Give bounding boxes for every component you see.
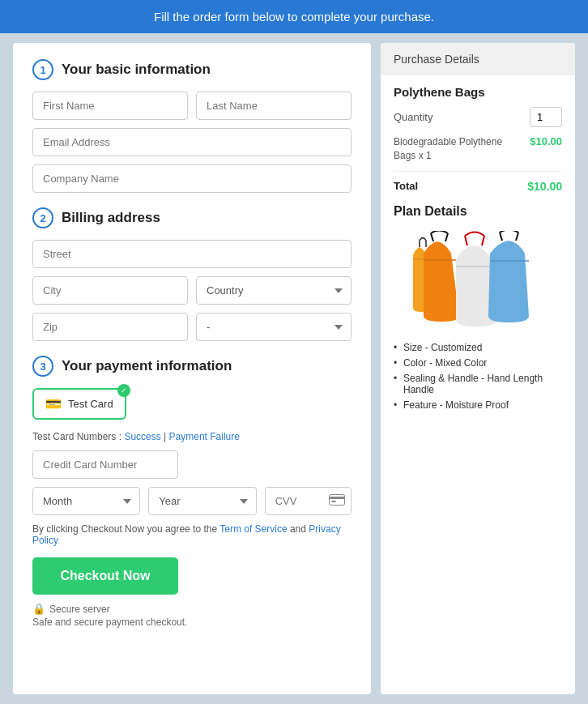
first-name-input[interactable] <box>32 92 188 120</box>
email-row <box>32 128 352 156</box>
section-title-billing: Billing address <box>62 210 160 226</box>
svg-line-10 <box>516 233 518 241</box>
secure-text: Secure server <box>49 604 110 615</box>
street-row <box>32 240 352 268</box>
feature-moisture: Feature - Moisture Proof <box>394 399 562 411</box>
section-title-basic-info: Your basic information <box>62 62 211 78</box>
secure-sub-text: Safe and secure payment checkout. <box>32 617 352 628</box>
country-select[interactable]: Country <box>196 276 352 305</box>
right-panel-body: Polythene Bags Quantity Biodegradable Po… <box>381 85 575 411</box>
total-row: Total $10.00 <box>394 180 562 193</box>
feature-handle: Sealing & Handle - Hand Length Handle <box>394 373 562 395</box>
payment-options: ✓ 💳 Test Card <box>32 388 352 420</box>
section-number-1: 1 <box>32 59 53 80</box>
feature-size: Size - Customized <box>394 342 562 353</box>
cvv-card-icon <box>329 494 345 509</box>
checkmark-icon: ✓ <box>117 384 130 397</box>
credit-card-icon: 💳 <box>45 396 62 412</box>
company-input[interactable] <box>32 164 352 193</box>
test-card-line: Test Card Numbers : Success | Payment Fa… <box>32 431 352 442</box>
plan-features-list: Size - Customized Color - Mixed Color Se… <box>394 342 562 411</box>
item-row: Biodegradable Polythene Bags x 1 $10.00 <box>394 135 562 172</box>
terms-line: By clicking Checkout Now you agree to th… <box>32 523 352 546</box>
top-banner: Fill the order form below to complete yo… <box>0 0 588 33</box>
name-row <box>32 92 352 120</box>
cvv-wrapper <box>265 487 352 515</box>
state-select[interactable]: - <box>196 313 352 341</box>
month-select[interactable]: Month 01020304 05060708 09101112 <box>32 487 140 515</box>
svg-line-6 <box>445 233 448 241</box>
terms-of-service-link[interactable]: Term of Service <box>219 523 287 535</box>
lock-icon: 🔒 <box>32 603 45 615</box>
svg-rect-1 <box>329 497 345 499</box>
test-card-option[interactable]: ✓ 💳 Test Card <box>32 388 126 420</box>
svg-line-5 <box>431 233 433 241</box>
checkout-button[interactable]: Checkout Now <box>32 557 178 595</box>
bags-image <box>394 227 562 332</box>
last-name-input[interactable] <box>196 92 352 120</box>
blue-bag <box>488 231 529 322</box>
city-country-row: Country <box>32 276 352 305</box>
secure-line: 🔒 Secure server <box>32 603 352 615</box>
quantity-input[interactable] <box>530 107 562 127</box>
feature-color: Color - Mixed Color <box>394 357 562 369</box>
orange-bag-large <box>424 231 459 322</box>
card-option-label: Test Card <box>68 398 113 410</box>
street-input[interactable] <box>32 240 352 268</box>
banner-text: Fill the order form below to complete yo… <box>154 10 434 23</box>
zip-input[interactable] <box>32 313 188 341</box>
section-number-2: 2 <box>32 207 53 228</box>
right-panel: Purchase Details Polythene Bags Quantity… <box>381 43 575 694</box>
test-card-failure-link[interactable]: Payment Failure <box>169 431 240 442</box>
item-name: Biodegradable Polythene Bags x 1 <box>394 135 507 163</box>
svg-line-9 <box>500 233 502 241</box>
left-panel: 1 Your basic information 2 Billing addre… <box>13 43 371 694</box>
terms-prefix: By clicking Checkout Now you agree to th… <box>32 523 219 535</box>
total-value: $10.00 <box>527 180 562 193</box>
credit-card-input[interactable] <box>32 450 178 479</box>
test-card-separator: | <box>161 431 169 442</box>
plan-details-title: Plan Details <box>394 204 562 219</box>
section-basic-info-header: 1 Your basic information <box>32 59 352 80</box>
month-year-cvv-row: Month 01020304 05060708 09101112 Year 20… <box>32 487 352 515</box>
svg-line-8 <box>482 236 484 245</box>
city-input[interactable] <box>32 276 188 305</box>
test-card-prefix: Test Card Numbers : <box>32 431 124 442</box>
svg-rect-2 <box>331 501 336 502</box>
page-wrapper: Fill the order form below to complete yo… <box>0 0 588 704</box>
section-billing-header: 2 Billing address <box>32 207 352 228</box>
svg-line-7 <box>465 236 467 245</box>
terms-middle: and <box>288 523 309 535</box>
purchase-details-header: Purchase Details <box>381 43 575 75</box>
test-card-success-link[interactable]: Success <box>124 431 160 442</box>
quantity-row: Quantity <box>394 107 562 127</box>
credit-card-row <box>32 450 352 479</box>
year-select[interactable]: Year 2024202520262027 <box>148 487 256 515</box>
section-title-payment: Your payment information <box>62 358 232 374</box>
total-label: Total <box>394 180 418 192</box>
svg-rect-0 <box>329 494 344 505</box>
zip-state-row: - <box>32 313 352 341</box>
section-payment-header: 3 Your payment information <box>32 356 352 377</box>
company-row <box>32 164 352 193</box>
item-price: $10.00 <box>530 135 562 147</box>
email-input[interactable] <box>32 128 352 156</box>
main-content: 1 Your basic information 2 Billing addre… <box>0 33 588 704</box>
product-title: Polythene Bags <box>394 85 562 99</box>
quantity-label: Quantity <box>394 111 432 123</box>
section-number-3: 3 <box>32 356 53 377</box>
